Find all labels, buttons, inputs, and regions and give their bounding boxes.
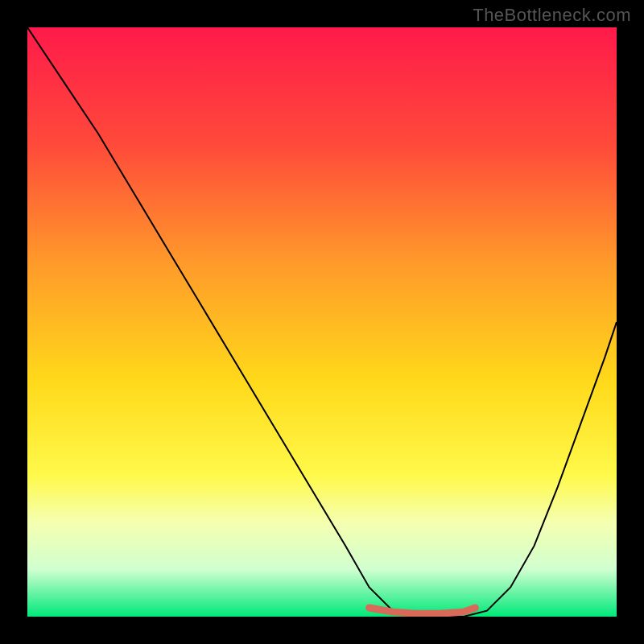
gradient-background [27, 27, 617, 617]
watermark-text: TheBottleneck.com [473, 5, 631, 26]
chart-frame [27, 27, 617, 617]
bottleneck-chart [27, 27, 617, 617]
